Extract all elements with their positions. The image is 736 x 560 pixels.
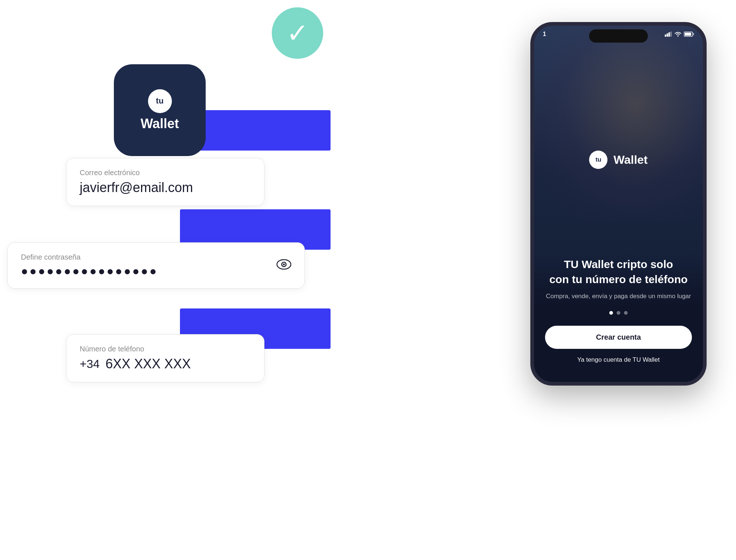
phone-card: Número de teléfono +34 6XX XXX XXX <box>66 334 264 382</box>
status-time: 1 <box>543 31 546 37</box>
dots-indicator <box>545 311 692 315</box>
phone-subtitle: Compra, vende, envía y paga desde un mis… <box>545 293 692 300</box>
dot-1 <box>609 311 613 315</box>
svg-rect-3 <box>665 35 666 37</box>
dot-2 <box>617 311 620 315</box>
email-label: Correo electrónico <box>80 169 251 177</box>
svg-rect-9 <box>693 33 694 35</box>
email-card: Correo electrónico javierfr@email.com <box>66 158 264 206</box>
phone-mockup: 1 tu Wallet TU <box>530 22 707 386</box>
status-icons <box>665 32 694 37</box>
login-link[interactable]: Ya tengo cuenta de TU Wallet <box>545 356 692 364</box>
svg-rect-4 <box>667 33 668 37</box>
checkmark-icon: ✓ <box>286 20 309 46</box>
svg-rect-8 <box>685 33 691 36</box>
phone-wallet-label: Wallet <box>613 153 647 167</box>
phone-number: 6XX XXX XXX <box>105 356 191 372</box>
eye-icon[interactable] <box>277 259 291 272</box>
phone-face-overlay <box>534 26 703 222</box>
email-value: javierfr@email.com <box>80 180 251 195</box>
password-label: Define contraseña <box>21 253 269 261</box>
phone-logo-area: tu Wallet <box>534 151 703 169</box>
svg-rect-5 <box>668 32 670 37</box>
svg-rect-6 <box>670 32 672 37</box>
dot-3 <box>624 311 628 315</box>
phone-prefix: +34 <box>80 357 100 371</box>
phone-content: TU Wallet cripto solocon tu número de te… <box>534 257 703 382</box>
phone-label: Número de teléfono <box>80 345 251 353</box>
password-card: Define contraseña ●●●●●●●●●●●●●●●● <box>7 242 305 289</box>
phone-status-bar: 1 <box>534 31 703 37</box>
signal-icon <box>665 32 672 37</box>
app-icon-label: Wallet <box>141 116 179 131</box>
battery-icon <box>684 32 694 37</box>
svg-point-2 <box>283 263 285 265</box>
phone-title: TU Wallet cripto solocon tu número de te… <box>545 257 692 287</box>
create-account-button[interactable]: Crear cuenta <box>545 326 692 349</box>
check-badge: ✓ <box>272 7 323 59</box>
password-dots: ●●●●●●●●●●●●●●●● <box>21 264 269 278</box>
phone-tu-badge: tu <box>589 151 607 169</box>
tu-logo-badge: tu <box>148 89 172 113</box>
wifi-icon <box>674 32 682 37</box>
app-icon: tu Wallet <box>114 64 206 156</box>
